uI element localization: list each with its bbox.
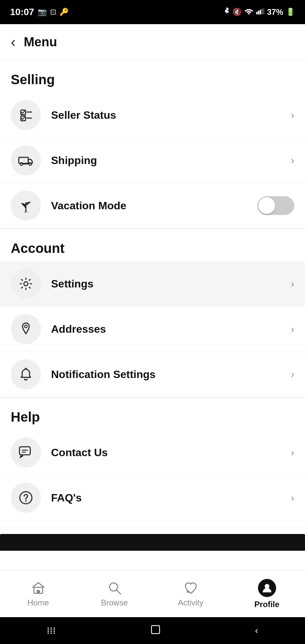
svg-point-10 xyxy=(20,163,23,165)
svg-point-11 xyxy=(29,163,32,165)
question-icon xyxy=(18,490,34,505)
battery-icon: 🔋 xyxy=(286,8,295,16)
status-right: 🔇 37% 🔋 xyxy=(223,7,295,17)
nav-profile[interactable]: Profile xyxy=(229,571,305,617)
settings-icon-wrap xyxy=(11,269,41,299)
key-icon: 🔑 xyxy=(59,8,69,16)
seller-status-icon-wrap xyxy=(11,100,41,130)
chat-icon xyxy=(18,445,34,460)
notification-settings-icon-wrap xyxy=(11,359,41,389)
palm-icon xyxy=(18,198,34,213)
shipping-icon-wrap xyxy=(11,145,41,175)
faqs-chevron: › xyxy=(291,492,294,503)
activity-heart-icon xyxy=(183,581,198,595)
settings-label: Settings xyxy=(51,278,291,290)
faqs-icon-wrap xyxy=(11,483,41,513)
seller-status-chevron: › xyxy=(291,109,294,121)
svg-point-21 xyxy=(25,500,27,502)
truck-icon xyxy=(18,153,34,168)
page-title: Menu xyxy=(24,35,57,49)
svg-point-14 xyxy=(24,211,28,213)
notification-settings-item[interactable]: Notification Settings › xyxy=(0,352,305,397)
settings-item[interactable]: Settings › xyxy=(0,261,305,307)
seller-status-label: Seller Status xyxy=(51,109,291,121)
wifi-icon xyxy=(244,8,254,16)
location-icon xyxy=(18,321,34,337)
mute-icon: 🔇 xyxy=(232,8,242,16)
android-back-button[interactable]: ‹ xyxy=(255,625,258,636)
bluetooth-icon xyxy=(223,7,230,17)
svg-rect-1 xyxy=(258,11,259,14)
profile-avatar-icon xyxy=(258,579,276,597)
signal-icon xyxy=(256,8,264,16)
black-bar xyxy=(0,534,305,551)
svg-rect-9 xyxy=(19,157,28,163)
svg-rect-17 xyxy=(19,447,30,455)
contact-us-item[interactable]: Contact Us › xyxy=(0,430,305,475)
bottom-nav: Home Browse Activity Profile xyxy=(0,570,305,617)
android-home-button[interactable] xyxy=(149,624,162,638)
svg-point-15 xyxy=(24,282,28,286)
checklist-icon xyxy=(18,107,34,123)
status-time: 10:07 xyxy=(10,7,34,17)
battery-label: 37% xyxy=(267,7,283,17)
addresses-icon-wrap xyxy=(11,314,41,344)
bell-icon xyxy=(18,367,34,382)
browse-search-icon xyxy=(107,581,122,595)
vacation-mode-item[interactable]: Vacation Mode xyxy=(0,183,305,228)
contact-us-icon-wrap xyxy=(11,437,41,468)
cast-icon: ⊡ xyxy=(50,8,56,16)
home-icon xyxy=(31,581,46,595)
svg-rect-4 xyxy=(263,8,264,14)
svg-rect-2 xyxy=(260,10,261,14)
svg-point-27 xyxy=(265,584,269,589)
addresses-label: Addresses xyxy=(51,323,291,335)
faqs-label: FAQ's xyxy=(51,492,291,504)
page-header: ‹ Menu xyxy=(0,24,305,60)
svg-rect-23 xyxy=(37,590,40,593)
selling-section-header: Selling xyxy=(0,60,305,93)
shipping-label: Shipping xyxy=(51,154,291,167)
seller-status-item[interactable]: Seller Status › xyxy=(0,93,305,138)
status-bar: 10:07 📷 ⊡ 🔑 🔇 37% 🔋 xyxy=(0,0,305,24)
faqs-item[interactable]: FAQ's › xyxy=(0,475,305,521)
shipping-item[interactable]: Shipping › xyxy=(0,138,305,183)
camera-icon: 📷 xyxy=(38,8,47,16)
toggle-knob xyxy=(258,197,275,214)
shipping-chevron: › xyxy=(291,155,294,166)
svg-rect-28 xyxy=(151,626,160,634)
contact-us-chevron: › xyxy=(291,447,294,458)
svg-rect-0 xyxy=(256,12,258,14)
notification-settings-label: Notification Settings xyxy=(51,368,291,381)
notification-settings-chevron: › xyxy=(291,369,294,380)
account-section: Account Settings › Addresses › xyxy=(0,229,305,397)
nav-activity[interactable]: Activity xyxy=(152,571,229,617)
addresses-item[interactable]: Addresses › xyxy=(0,307,305,352)
back-button[interactable]: ‹ xyxy=(11,34,16,50)
help-section-header: Help xyxy=(0,397,305,430)
profile-nav-label: Profile xyxy=(254,600,279,609)
nav-browse[interactable]: Browse xyxy=(76,571,152,617)
vacation-mode-icon-wrap xyxy=(11,191,41,221)
gear-icon xyxy=(18,276,34,291)
selling-section: Selling Seller Status › xyxy=(0,60,305,228)
vacation-mode-label: Vacation Mode xyxy=(51,200,257,212)
contact-us-label: Contact Us xyxy=(51,446,291,459)
activity-nav-label: Activity xyxy=(178,598,203,607)
account-section-header: Account xyxy=(0,229,305,261)
status-left: 10:07 📷 ⊡ 🔑 xyxy=(10,7,69,17)
android-menu-button[interactable]: ⁞⁞⁞ xyxy=(47,625,56,636)
vacation-mode-toggle[interactable] xyxy=(257,196,294,215)
menu-content: Selling Seller Status › xyxy=(0,60,305,570)
android-nav-bar: ⁞⁞⁞ ‹ xyxy=(0,617,305,644)
help-section: Help Contact Us › FAQ's xyxy=(0,397,305,551)
svg-rect-26 xyxy=(187,591,189,593)
browse-nav-label: Browse xyxy=(101,598,128,607)
nav-home[interactable]: Home xyxy=(0,571,76,617)
home-nav-label: Home xyxy=(27,598,49,607)
svg-rect-3 xyxy=(261,9,263,14)
settings-chevron: › xyxy=(291,278,294,289)
addresses-chevron: › xyxy=(291,323,294,335)
svg-point-16 xyxy=(25,325,27,328)
svg-line-25 xyxy=(117,590,121,594)
